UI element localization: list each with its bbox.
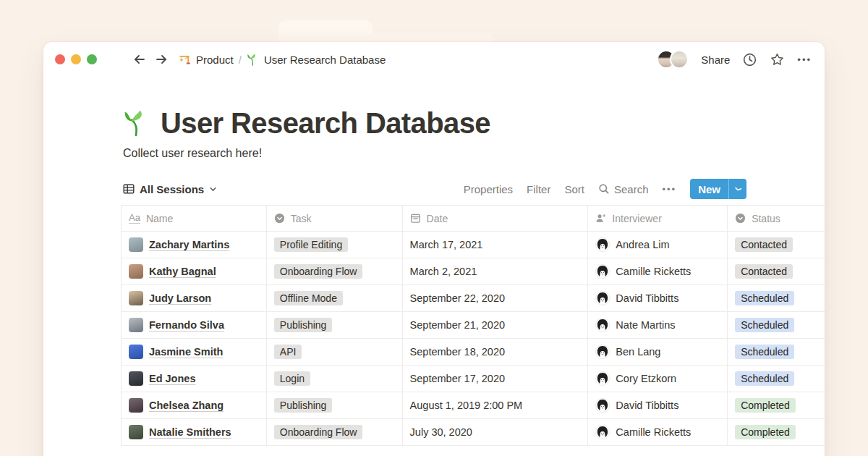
status-cell[interactable]: Scheduled bbox=[728, 285, 825, 312]
status-cell[interactable]: Contacted bbox=[728, 232, 825, 258]
task-tag: API bbox=[274, 345, 302, 359]
close-window-button[interactable] bbox=[55, 54, 65, 64]
date-cell[interactable]: September 17, 2020 bbox=[403, 366, 589, 392]
status-cell[interactable]: Scheduled bbox=[728, 339, 825, 366]
column-label: Date bbox=[427, 213, 448, 224]
interviewer-cell[interactable]: Camille Ricketts bbox=[588, 419, 728, 446]
interviewer-cell[interactable]: Cory Etzkorn bbox=[588, 366, 728, 392]
status-cell[interactable]: Completed bbox=[728, 392, 825, 419]
column-label: Interviewer bbox=[612, 213, 661, 224]
sort-button[interactable]: Sort bbox=[564, 183, 584, 195]
column-header-task[interactable]: Task bbox=[267, 206, 403, 232]
breadcrumb-item-product[interactable]: Product bbox=[179, 54, 234, 66]
toolbar-more-icon[interactable]: ••• bbox=[663, 184, 677, 195]
row-name-text[interactable]: Jasmine Smith bbox=[149, 346, 223, 358]
select-property-icon bbox=[735, 213, 746, 224]
column-header-name[interactable]: Aa Name bbox=[122, 206, 267, 232]
task-cell[interactable]: Profile Editing bbox=[267, 232, 403, 258]
column-header-status[interactable]: Status bbox=[728, 206, 825, 232]
interviewer-cell[interactable]: Camille Ricketts bbox=[588, 258, 728, 285]
date-cell[interactable]: March 17, 2021 bbox=[403, 232, 589, 258]
name-cell[interactable]: Ed Jones bbox=[122, 366, 267, 392]
status-badge: Scheduled bbox=[735, 371, 794, 386]
view-switcher[interactable]: All Sessions bbox=[123, 183, 217, 195]
new-button-caret[interactable] bbox=[729, 179, 746, 199]
more-options-icon[interactable]: ••• bbox=[797, 54, 812, 65]
zoom-window-button[interactable] bbox=[87, 54, 97, 64]
date-cell[interactable]: September 22, 2020 bbox=[403, 285, 589, 312]
favorite-star-icon[interactable] bbox=[770, 52, 785, 67]
interviewer-name: Camille Ricketts bbox=[616, 266, 691, 277]
status-cell[interactable]: Contacted bbox=[728, 258, 825, 285]
date-cell[interactable]: September 18, 2020 bbox=[403, 339, 589, 366]
date-cell[interactable]: July 30, 2020 bbox=[403, 419, 589, 446]
row-name-text[interactable]: Chelsea Zhang bbox=[149, 400, 224, 411]
person-photo-avatar bbox=[129, 425, 143, 439]
filter-button[interactable]: Filter bbox=[527, 183, 550, 195]
task-cell[interactable]: Publishing bbox=[267, 392, 403, 419]
name-cell[interactable]: Jasmine Smith bbox=[122, 339, 267, 366]
breadcrumb-item-page[interactable]: User Research Database bbox=[247, 54, 386, 66]
row-name-text[interactable]: Zachary Martins bbox=[149, 239, 229, 250]
interviewer-cell[interactable]: David Tibbitts bbox=[588, 392, 728, 419]
interviewer-name: Andrea Lim bbox=[616, 239, 669, 250]
name-cell[interactable]: Chelsea Zhang bbox=[122, 392, 267, 419]
date-cell[interactable]: September 21, 2020 bbox=[403, 312, 589, 339]
table-row: Zachary Martins Profile Editing March 17… bbox=[122, 232, 825, 258]
status-badge: Completed bbox=[735, 398, 796, 413]
date-cell[interactable]: March 2, 2021 bbox=[403, 258, 589, 285]
new-button-label[interactable]: New bbox=[690, 179, 728, 199]
task-cell[interactable]: Publishing bbox=[267, 312, 403, 339]
task-cell[interactable]: Offline Mode bbox=[267, 285, 403, 312]
name-cell[interactable]: Kathy Bagnal bbox=[122, 258, 267, 285]
database-toolbar: All Sessions Properties Filter Sort Sear… bbox=[123, 178, 746, 200]
name-cell[interactable]: Judy Larson bbox=[122, 285, 267, 312]
name-cell[interactable]: Zachary Martins bbox=[122, 232, 267, 258]
interviewer-name: David Tibbitts bbox=[616, 400, 678, 411]
status-cell[interactable]: Scheduled bbox=[728, 366, 825, 392]
forward-arrow-icon[interactable] bbox=[154, 52, 169, 67]
interviewer-sketch-avatar bbox=[595, 398, 610, 413]
name-cell[interactable]: Natalie Smithers bbox=[122, 419, 267, 446]
interviewer-cell[interactable]: Ben Lang bbox=[588, 339, 728, 366]
date-cell[interactable]: August 1, 2019 2:00 PM bbox=[403, 392, 589, 419]
calendar-icon bbox=[410, 213, 421, 224]
date-text: March 17, 2021 bbox=[410, 239, 483, 250]
name-cell[interactable]: Fernando Silva bbox=[122, 312, 267, 339]
sidebar-menu-icon[interactable] bbox=[107, 54, 123, 64]
minimize-window-button[interactable] bbox=[71, 54, 81, 64]
task-cell[interactable]: Onboarding Flow bbox=[267, 419, 403, 446]
history-clock-icon[interactable] bbox=[742, 52, 757, 67]
interviewer-cell[interactable]: Andrea Lim bbox=[588, 232, 728, 258]
row-name-text[interactable]: Natalie Smithers bbox=[149, 426, 231, 438]
column-header-interviewer[interactable]: Interviewer bbox=[588, 206, 728, 232]
person-photo-avatar bbox=[129, 371, 143, 386]
properties-button[interactable]: Properties bbox=[464, 183, 513, 195]
new-button[interactable]: New bbox=[690, 179, 746, 199]
search-button[interactable]: Search bbox=[598, 183, 649, 195]
task-tag: Onboarding Flow bbox=[274, 264, 363, 279]
task-tag: Publishing bbox=[274, 398, 333, 413]
person-photo-avatar bbox=[129, 318, 143, 332]
row-name-text[interactable]: Fernando Silva bbox=[149, 319, 224, 331]
date-text: September 17, 2020 bbox=[410, 373, 505, 384]
share-button[interactable]: Share bbox=[701, 54, 730, 66]
task-tag: Offline Mode bbox=[274, 291, 343, 305]
interviewer-sketch-avatar bbox=[595, 345, 610, 359]
task-tag: Onboarding Flow bbox=[274, 425, 363, 439]
task-cell[interactable]: Login bbox=[267, 366, 403, 392]
task-cell[interactable]: API bbox=[267, 339, 403, 366]
status-cell[interactable]: Completed bbox=[728, 419, 825, 446]
interviewer-cell[interactable]: David Tibbitts bbox=[588, 285, 728, 312]
search-label: Search bbox=[614, 183, 649, 195]
row-name-text[interactable]: Kathy Bagnal bbox=[149, 266, 216, 277]
interviewer-sketch-avatar bbox=[595, 371, 610, 386]
row-name-text[interactable]: Judy Larson bbox=[149, 292, 211, 304]
task-cell[interactable]: Onboarding Flow bbox=[267, 258, 403, 285]
back-arrow-icon[interactable] bbox=[132, 52, 147, 67]
column-header-date[interactable]: Date bbox=[403, 206, 589, 232]
row-name-text[interactable]: Ed Jones bbox=[149, 373, 195, 384]
status-cell[interactable]: Scheduled bbox=[728, 312, 825, 339]
task-tag: Profile Editing bbox=[274, 237, 348, 252]
interviewer-cell[interactable]: Nate Martins bbox=[588, 312, 728, 339]
